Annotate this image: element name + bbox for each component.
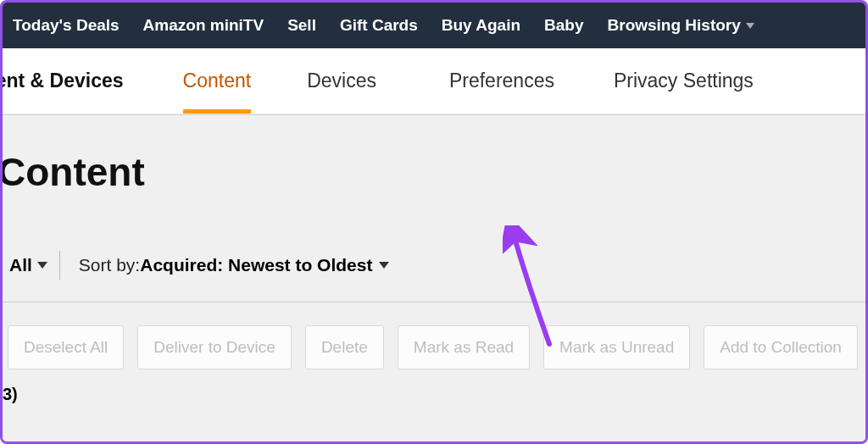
subnav-title: ntent & Devices xyxy=(0,69,124,92)
tab-preferences[interactable]: Preferences xyxy=(449,53,554,109)
count-fragment: 3) xyxy=(3,385,18,404)
divider xyxy=(59,251,60,280)
deselect-all-button[interactable]: Deselect All xyxy=(8,325,124,369)
sort-dropdown[interactable]: Acquired: Newest to Oldest xyxy=(140,255,389,275)
nav-buy-again[interactable]: Buy Again xyxy=(442,16,520,35)
sort-label: Sort by: xyxy=(79,255,140,275)
nav-gift-cards[interactable]: Gift Cards xyxy=(340,16,418,35)
filter-row: All Sort by: Acquired: Newest to Oldest xyxy=(3,251,389,280)
divider xyxy=(0,302,868,302)
mark-as-unread-button[interactable]: Mark as Unread xyxy=(543,325,690,369)
page-title: Content xyxy=(0,115,865,195)
nav-amazon-minitv[interactable]: Amazon miniTV xyxy=(143,16,264,35)
chevron-down-icon xyxy=(37,262,47,269)
nav-browsing-history-label: Browsing History xyxy=(608,16,741,35)
tab-content[interactable]: Content xyxy=(183,53,252,114)
chevron-down-icon xyxy=(746,23,754,29)
nav-todays-deals[interactable]: Today's Deals xyxy=(13,16,120,35)
nav-browsing-history[interactable]: Browsing History xyxy=(608,16,754,35)
nav-baby[interactable]: Baby xyxy=(544,16,583,35)
action-bar: Deselect All Deliver to Device Delete Ma… xyxy=(8,325,858,369)
mark-as-read-button[interactable]: Mark as Read xyxy=(398,325,530,369)
sort-value-text: Acquired: Newest to Oldest xyxy=(140,255,372,275)
tab-devices[interactable]: Devices xyxy=(307,53,376,109)
sub-nav: ntent & Devices Content Devices Preferen… xyxy=(3,48,865,114)
top-nav: Today's Deals Amazon miniTV Sell Gift Ca… xyxy=(3,3,865,48)
filter-all-dropdown[interactable]: All xyxy=(3,255,59,275)
tab-privacy-settings[interactable]: Privacy Settings xyxy=(614,53,754,109)
deliver-to-device-button[interactable]: Deliver to Device xyxy=(137,325,292,369)
content-area: Content All Sort by: Acquired: Newest to… xyxy=(3,114,865,441)
chevron-down-icon xyxy=(379,262,389,269)
filter-all-label: All xyxy=(9,255,32,275)
add-to-collection-button[interactable]: Add to Collection xyxy=(704,325,858,369)
nav-sell[interactable]: Sell xyxy=(287,16,316,35)
delete-button[interactable]: Delete xyxy=(305,325,384,369)
